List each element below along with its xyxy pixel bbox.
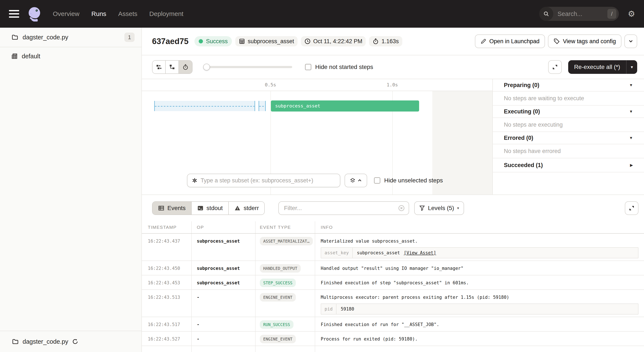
nav-link-overview[interactable]: Overview <box>53 10 80 17</box>
tags-config-label: View tags and config <box>563 38 616 45</box>
gantt-step-bar[interactable]: subprocess_asset <box>271 100 419 111</box>
panel-empty-text: No steps have errored <box>493 144 644 158</box>
refresh-icon[interactable] <box>72 338 78 345</box>
code-location-label: dagster_code.py <box>22 34 68 41</box>
dagster-logo-icon[interactable] <box>26 6 42 21</box>
table-row[interactable]: 16:22:43.437subprocess_assetASSET_MATERI… <box>142 234 644 261</box>
reexecute-dropdown-caret[interactable]: ▾ <box>626 60 637 74</box>
metadata-value: 59180 <box>336 304 358 314</box>
cell-info: Multiprocess executor: parent process ex… <box>315 290 644 317</box>
slider-thumb[interactable] <box>203 64 210 70</box>
cell-event-type: ENGINE_EVENT <box>256 290 315 317</box>
run-actions-chevron-button[interactable] <box>624 34 637 48</box>
events-section: Eventsstdoutstderr Levels (5) ▾ <box>142 195 644 352</box>
view-asset-link[interactable]: [View Asset] <box>404 250 436 256</box>
job-grid-icon <box>11 53 18 60</box>
dagster-app: OverviewRunsAssetsDeployment Search... /… <box>0 0 644 352</box>
info-text: Process for run exited (pid: 59180). <box>321 336 638 342</box>
start-time-tag: Oct 11, 4:22:42 PM <box>301 36 366 46</box>
table-row[interactable]: 16:22:43.517-RUN_SUCCESSFinished executi… <box>142 317 644 332</box>
chevron-right-icon: ▶ <box>630 163 633 167</box>
gantt-fullscreen-button[interactable] <box>548 60 562 74</box>
view-tags-config-button[interactable]: View tags and config <box>548 34 622 48</box>
sidebar-footer-code-location: dagster_code.py <box>0 331 142 352</box>
stopwatch-icon <box>372 38 379 44</box>
job-tag[interactable]: subprocess_asset <box>235 36 298 46</box>
cell-op: subprocess_asset <box>192 234 256 261</box>
metadata-key: pid <box>321 304 336 314</box>
cell-op: - <box>192 317 256 331</box>
cell-event-type: ASSET_MATERIALIZAT… <box>256 234 315 261</box>
table-row[interactable]: 16:22:43.527-ENGINE_EVENTProcess for run… <box>142 332 644 346</box>
sidebar-item-code-location[interactable]: dagster_code.py 1 <box>0 28 142 47</box>
event-type-badge: ASSET_MATERIALIZAT… <box>260 237 313 245</box>
warning-icon <box>234 205 241 211</box>
flat-view-button[interactable] <box>152 61 166 73</box>
log-filter-input[interactable] <box>284 205 398 212</box>
column-header: TIMESTAMP <box>142 221 192 233</box>
panel-section-header[interactable]: Preparing (0)▼ <box>493 79 644 91</box>
cell-timestamp: 16:22:43.453 <box>142 275 192 290</box>
waterfall-view-button[interactable] <box>166 61 179 73</box>
table-row[interactable]: 16:22:43.513-ENGINE_EVENTMultiprocess ex… <box>142 290 644 317</box>
gear-icon[interactable]: ⚙ <box>628 10 635 18</box>
nav-link-deployment[interactable]: Deployment <box>149 10 183 17</box>
cell-event-type: HANDLED_OUTPUT <box>256 261 315 275</box>
graph-options-button[interactable] <box>344 174 367 187</box>
cell-timestamp: 16:22:43.513 <box>142 290 192 317</box>
cell-op: subprocess_asset <box>192 261 256 275</box>
search-shortcut-badge: / <box>607 9 616 19</box>
table-row[interactable]: 16:22:43.453subprocess_assetSTEP_SUCCESS… <box>142 275 644 290</box>
logs-fullscreen-button[interactable] <box>625 201 638 215</box>
run-header: 637aed75 Success subprocess_asset Oct 11… <box>142 28 644 55</box>
hide-not-started-checkbox[interactable]: Hide not started steps <box>305 64 373 70</box>
search-input[interactable]: Search... / <box>539 7 619 21</box>
checkbox-icon[interactable] <box>305 64 311 70</box>
reexecute-all-button[interactable]: Re-execute all (*) ▾ <box>568 60 637 74</box>
waiting-bar <box>154 101 255 111</box>
metadata-box: pid59180 <box>321 304 638 315</box>
clear-filter-icon[interactable] <box>398 205 405 212</box>
cell-timestamp: 16:22:43.437 <box>142 234 192 261</box>
panel-section-header[interactable]: Succeeded (1)▶ <box>493 158 644 172</box>
step-subset-input[interactable] <box>200 177 336 184</box>
step-status-panel: Preparing (0)▼No steps are waiting to ex… <box>492 79 644 195</box>
tab-label: stderr <box>244 205 259 212</box>
cell-event-type: RUN_SUCCESS <box>256 317 315 331</box>
nav-link-assets[interactable]: Assets <box>118 10 137 17</box>
log-filter-wrap <box>278 201 409 215</box>
sidebar: dagster_code.py 1 default dagster_code.p… <box>0 28 142 352</box>
table-row[interactable]: 16:22:43.450subprocess_assetHANDLED_OUTP… <box>142 261 644 275</box>
open-in-launchpad-button[interactable]: Open in Launchpad <box>475 34 545 48</box>
panel-section-header[interactable]: Errored (0)▼ <box>493 132 644 144</box>
zoom-slider[interactable] <box>203 66 292 68</box>
metadata-key: asset_key <box>321 248 353 258</box>
panel-section-header[interactable]: Executing (0)▼ <box>493 106 644 118</box>
status-label: Success <box>206 38 228 45</box>
timed-view-button[interactable] <box>179 61 192 73</box>
cell-info: Process for run exited (pid: 59180). <box>315 332 644 346</box>
tag-icon <box>554 38 560 44</box>
tab-stdout[interactable]: stdout <box>192 202 229 215</box>
tab-events[interactable]: Events <box>152 202 192 215</box>
cell-info: Finished execution of run for "__ASSET_J… <box>315 317 644 331</box>
top-nav: OverviewRunsAssetsDeployment Search... /… <box>0 0 644 28</box>
metadata-value-text: 59180 <box>341 306 354 312</box>
panel-section-label: Succeeded (1) <box>504 162 543 169</box>
op-selector-icon <box>192 177 198 183</box>
menu-icon[interactable] <box>9 10 19 18</box>
duration-tag: 1.163s <box>369 36 402 46</box>
cell-op: subprocess_asset <box>192 275 256 290</box>
levels-filter-button[interactable]: Levels (5) ▾ <box>414 201 464 215</box>
cell-info: Materialized value subprocess_asset.asse… <box>315 234 644 261</box>
sidebar-item-group-default[interactable]: default <box>0 47 142 65</box>
hide-unselected-checkbox[interactable]: Hide unselected steps <box>374 177 443 184</box>
nav-link-runs[interactable]: Runs <box>91 10 106 17</box>
folder-icon <box>12 34 18 41</box>
checkbox-icon[interactable] <box>374 177 380 184</box>
main-content: 637aed75 Success subprocess_asset Oct 11… <box>142 28 644 352</box>
event-type-badge: ENGINE_EVENT <box>260 335 296 343</box>
gantt-chart: 0.5s1.0s subprocess_asset <box>142 79 492 195</box>
tab-stderr[interactable]: stderr <box>229 202 264 215</box>
primary-nav: OverviewRunsAssetsDeployment <box>53 10 183 17</box>
